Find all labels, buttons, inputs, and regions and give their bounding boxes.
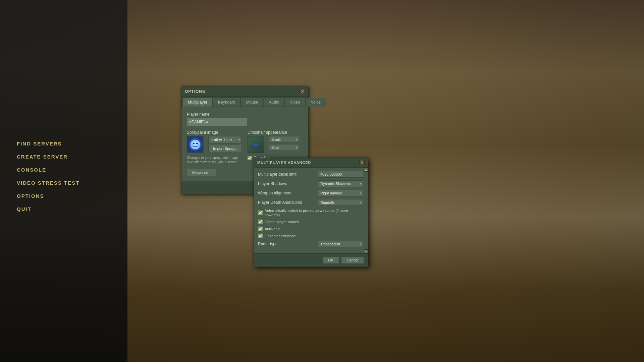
sidebar-item-console[interactable]: CONSOLE: [17, 167, 79, 173]
advanced-dialog: MULTIPLAYER ADVANCED ✕ Multiplayer decal…: [254, 158, 368, 267]
options-title-bar: OPTIONS ✕: [181, 87, 308, 97]
import-spray-button[interactable]: Import Spray...: [208, 145, 242, 152]
auto-help-label: Auto-help: [265, 227, 280, 231]
crosshair-size-dropdown[interactable]: Small Medium Large: [269, 136, 299, 143]
sidebar-item-video-stress-test[interactable]: VIDEO STRESS TEST: [17, 180, 79, 186]
auto-help-row: Auto-help: [258, 227, 363, 231]
advanced-footer: OK Cancel: [254, 253, 368, 266]
weapon-alignment-row: Weapon alignment Right handed Left hande…: [258, 190, 363, 196]
spraypaint-section: Spraypaint image smiley_blue Import Spra…: [187, 130, 242, 164]
options-close-button[interactable]: ✕: [300, 89, 305, 94]
advanced-title-bar: MULTIPLAYER ADVANCED ✕: [254, 158, 368, 168]
advanced-button[interactable]: Advanced...: [187, 169, 216, 176]
crosshair-size-wrapper: Small Medium Large: [269, 136, 299, 143]
observer-crosshair-label: Observer crosshair: [265, 234, 296, 238]
spray-dropdown[interactable]: smiley_blue: [208, 136, 242, 143]
weapon-alignment-wrapper: Right handed Left handed: [318, 190, 363, 196]
spray-note: Changes to your spraypaint image take ef…: [187, 156, 242, 164]
radar-type-row: Radar type Transparent Normal: [258, 241, 363, 247]
weapon-alignment-label: Weapon alignment: [258, 191, 318, 195]
death-animations-row: Player Death Animations Ragdolls Classic: [258, 199, 363, 206]
tab-video[interactable]: Video: [285, 98, 305, 107]
smiley-icon: [189, 138, 202, 151]
sidebar-item-create-server[interactable]: CREATE SERVER: [17, 154, 79, 160]
advanced-dialog-title: MULTIPLAYER ADVANCED: [257, 161, 311, 165]
decal-limit-input[interactable]: [318, 171, 363, 178]
radar-type-label: Radar type: [258, 242, 318, 246]
advanced-close-button[interactable]: ✕: [359, 160, 365, 165]
decal-limit-row: Multiplayer decal limit: [258, 171, 363, 178]
sidebar-item-options[interactable]: OPTIONS: [17, 193, 79, 199]
spray-controls: smiley_blue Import Spray...: [208, 136, 242, 152]
options-dialog-title: OPTIONS: [185, 89, 205, 94]
center-names-checkbox[interactable]: [258, 220, 263, 224]
scroll-down-arrow[interactable]: ▼: [364, 249, 368, 253]
tab-mouse[interactable]: Mouse: [241, 98, 263, 107]
scroll-up-arrow[interactable]: ▲: [364, 168, 368, 172]
options-tabs-bar: Multiplayer Keyboard Mouse Audio Video V…: [181, 97, 308, 107]
player-shadows-wrapper: Dynamic Shadows No Shadows Simple Shadow…: [318, 180, 363, 187]
translucent-checkbox[interactable]: [248, 156, 252, 160]
auto-help-checkbox[interactable]: [258, 227, 263, 231]
sidebar-item-find-servers[interactable]: FIND SERVERS: [17, 141, 79, 146]
player-shadows-dropdown[interactable]: Dynamic Shadows No Shadows Simple Shadow…: [318, 180, 363, 187]
tab-voice[interactable]: Voice: [306, 98, 326, 107]
crosshair-selects: Small Medium Large Blue Red Green: [269, 136, 299, 151]
crosshair-color-dropdown[interactable]: Blue Red Green: [269, 144, 299, 151]
center-names-label: Center player names: [265, 220, 299, 224]
scroll-track: [364, 172, 368, 249]
crosshair-image: [248, 136, 264, 153]
spray-dropdown-wrapper: smiley_blue: [208, 136, 242, 143]
death-animations-wrapper: Ragdolls Classic: [318, 199, 363, 206]
player-name-label: Player name: [187, 112, 303, 117]
observer-crosshair-checkbox[interactable]: [258, 234, 263, 238]
weapon-alignment-dropdown[interactable]: Right handed Left handed: [318, 190, 363, 196]
observer-crosshair-row: Observer crosshair: [258, 234, 363, 238]
crosshair-preview: [248, 136, 264, 153]
auto-switch-row: Automatically switch to picked up weapon…: [258, 208, 363, 217]
spraypaint-label: Spraypaint image: [187, 130, 242, 135]
advanced-ok-button[interactable]: OK: [322, 256, 339, 264]
player-name-input[interactable]: [187, 118, 247, 126]
radar-type-dropdown[interactable]: Transparent Normal: [318, 241, 363, 247]
auto-switch-label: Automatically switch to picked up weapon…: [265, 208, 363, 217]
death-animations-dropdown[interactable]: Ragdolls Classic: [318, 199, 363, 206]
center-names-row: Center player names: [258, 220, 363, 224]
death-animations-label: Player Death Animations: [258, 200, 318, 205]
side-menu: FIND SERVERS CREATE SERVER CONSOLE VIDEO…: [17, 141, 79, 212]
tab-multiplayer[interactable]: Multiplayer: [183, 98, 212, 107]
tab-audio[interactable]: Audio: [264, 98, 284, 107]
player-shadows-row: Player Shadows Dynamic Shadows No Shadow…: [258, 180, 363, 187]
player-shadows-label: Player Shadows: [258, 181, 318, 186]
radar-type-wrapper: Transparent Normal: [318, 241, 363, 247]
scrollbar: ▲ ▼: [364, 168, 368, 253]
tab-keyboard[interactable]: Keyboard: [213, 98, 240, 107]
auto-switch-checkbox[interactable]: [258, 210, 263, 215]
crosshair-color-wrapper: Blue Red Green: [269, 144, 299, 151]
sidebar-item-quit[interactable]: QUIT: [17, 206, 79, 212]
crosshair-label: Crosshair appearance: [248, 130, 303, 135]
advanced-cancel-button[interactable]: Cancel: [341, 256, 364, 264]
decal-limit-label: Multiplayer decal limit: [258, 172, 318, 177]
spray-preview: [187, 136, 204, 153]
advanced-content: Multiplayer decal limit Player Shadows D…: [254, 168, 368, 253]
